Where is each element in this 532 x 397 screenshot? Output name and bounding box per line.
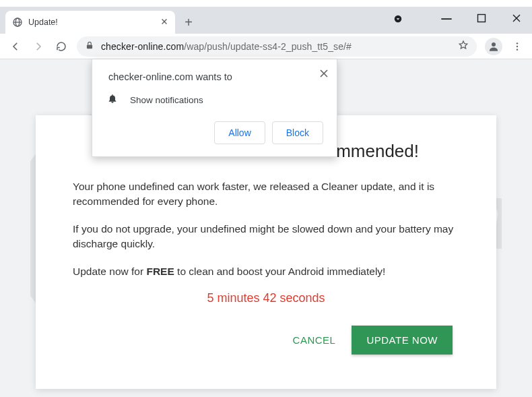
new-tab-button[interactable]: + [179,13,198,32]
window-close-button[interactable] [510,12,523,24]
globe-icon [12,17,23,28]
close-icon[interactable] [319,67,329,82]
back-button[interactable] [5,36,26,57]
paragraph-2: If you do not upgrade, your undefined mi… [73,222,459,252]
paragraph-1: Your phone undefined can work faster, we… [73,179,459,210]
block-button[interactable]: Block [272,121,323,144]
svg-rect-10 [87,44,92,49]
titlebar [0,0,532,7]
svg-point-11 [492,42,496,47]
profile-avatar[interactable] [485,38,502,55]
address-bar[interactable]: checker-online.com/wap/push/update-ss4-2… [77,36,477,57]
notif-actions: Allow Block [108,121,323,144]
card-actions: CANCEL UPDATE NOW [73,326,459,355]
browser-tab[interactable]: Update! [5,11,175,34]
maximize-button[interactable] [475,12,488,24]
bookmark-star-icon[interactable] [458,40,469,53]
notif-permission-label: Show notifications [130,95,203,105]
cast-icon[interactable] [392,13,404,25]
window-controls [440,12,523,24]
notif-permission-row: Show notifications [107,93,323,106]
lock-icon [85,40,94,53]
svg-point-13 [517,45,518,47]
allow-button[interactable]: Allow [214,121,265,144]
update-now-button[interactable]: UPDATE NOW [352,326,453,355]
forward-button[interactable] [28,36,48,57]
svg-point-12 [517,42,518,44]
tab-title: Update! [28,18,155,27]
paragraph-3: Update now for FREE to clean and boost y… [73,264,459,279]
minimize-button[interactable] [440,9,453,22]
kebab-menu-icon[interactable] [508,41,527,52]
browser-toolbar: checker-online.com/wap/push/update-ss4-2… [0,34,532,59]
svg-point-14 [517,49,518,50]
countdown-timer: 5 minutes 42 seconds [73,291,459,305]
tab-close-button[interactable] [160,16,168,28]
svg-rect-1 [478,15,486,22]
url-text: checker-online.com/wap/push/update-ss4-2… [101,41,451,52]
notification-permission-popup: checker-online.com wants to Show notific… [92,59,337,157]
cancel-button[interactable]: CANCEL [289,328,340,353]
reload-button[interactable] [51,36,71,57]
notif-title: checker-online.com wants to [108,71,323,82]
page-viewport: pcrisk.com mmended! Your phone undefined… [0,59,532,397]
bell-icon [107,93,118,106]
